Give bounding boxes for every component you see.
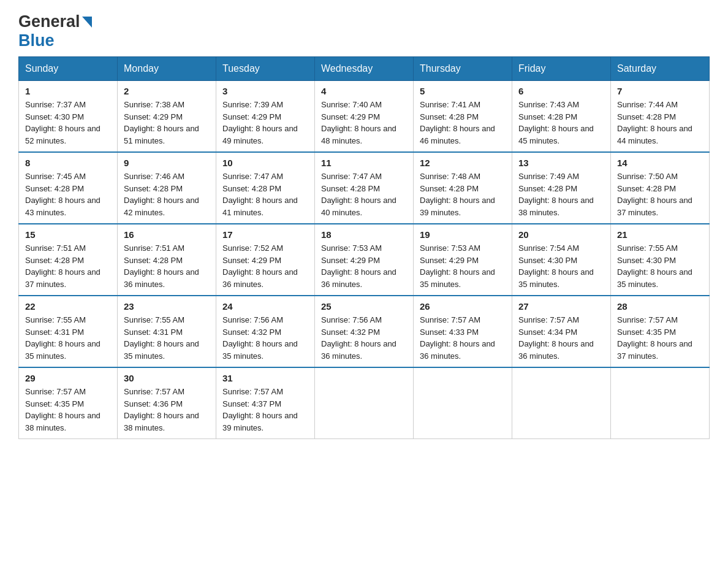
calendar-cell: 13 Sunrise: 7:49 AMSunset: 4:28 PMDaylig… [512,152,611,224]
day-info: Sunrise: 7:57 AMSunset: 4:33 PMDaylight:… [420,315,495,361]
day-header-monday: Monday [118,57,216,81]
calendar-cell: 10 Sunrise: 7:47 AMSunset: 4:28 PMDaylig… [216,152,315,224]
day-number: 20 [518,229,604,240]
logo: General Blue [18,12,92,50]
calendar-cell: 11 Sunrise: 7:47 AMSunset: 4:28 PMDaylig… [315,152,414,224]
calendar-cell: 26 Sunrise: 7:57 AMSunset: 4:33 PMDaylig… [414,296,512,367]
day-number: 4 [321,86,407,96]
calendar-cell: 20 Sunrise: 7:54 AMSunset: 4:30 PMDaylig… [512,224,611,296]
calendar-cell: 9 Sunrise: 7:46 AMSunset: 4:28 PMDayligh… [118,152,216,224]
calendar-cell: 12 Sunrise: 7:48 AMSunset: 4:28 PMDaylig… [414,152,512,224]
calendar-cell: 2 Sunrise: 7:38 AMSunset: 4:29 PMDayligh… [118,81,216,153]
day-info: Sunrise: 7:57 AMSunset: 4:35 PMDaylight:… [25,387,100,432]
logo-triangle-icon [82,17,92,30]
calendar-cell: 5 Sunrise: 7:41 AMSunset: 4:28 PMDayligh… [414,81,512,153]
calendar-cell: 17 Sunrise: 7:52 AMSunset: 4:29 PMDaylig… [216,224,315,296]
calendar-cell [611,367,710,439]
day-info: Sunrise: 7:55 AMSunset: 4:31 PMDaylight:… [25,315,100,361]
day-info: Sunrise: 7:45 AMSunset: 4:28 PMDaylight:… [25,172,100,217]
day-info: Sunrise: 7:56 AMSunset: 4:32 PMDaylight:… [222,315,298,361]
calendar-cell: 3 Sunrise: 7:39 AMSunset: 4:29 PMDayligh… [216,81,315,153]
calendar-cell: 21 Sunrise: 7:55 AMSunset: 4:30 PMDaylig… [611,224,710,296]
day-number: 6 [518,86,604,96]
calendar-week-row: 1 Sunrise: 7:37 AMSunset: 4:30 PMDayligh… [19,81,710,153]
day-header-wednesday: Wednesday [315,57,414,81]
day-number: 1 [25,86,111,96]
logo-blue-text: Blue [18,31,55,50]
calendar-cell: 15 Sunrise: 7:51 AMSunset: 4:28 PMDaylig… [19,224,118,296]
day-header-friday: Friday [512,57,611,81]
calendar-cell [315,367,414,439]
day-info: Sunrise: 7:53 AMSunset: 4:29 PMDaylight:… [321,243,396,289]
calendar-cell: 30 Sunrise: 7:57 AMSunset: 4:36 PMDaylig… [118,367,216,439]
day-number: 11 [321,158,407,168]
day-info: Sunrise: 7:56 AMSunset: 4:32 PMDaylight:… [321,315,396,361]
day-info: Sunrise: 7:55 AMSunset: 4:30 PMDaylight:… [617,243,692,289]
calendar-cell [512,367,611,439]
day-number: 14 [617,158,703,168]
day-number: 24 [222,301,308,312]
calendar-cell: 16 Sunrise: 7:51 AMSunset: 4:28 PMDaylig… [118,224,216,296]
day-info: Sunrise: 7:57 AMSunset: 4:37 PMDaylight:… [222,387,298,432]
day-number: 7 [617,86,703,96]
day-number: 30 [124,373,210,383]
calendar-cell: 14 Sunrise: 7:50 AMSunset: 4:28 PMDaylig… [611,152,710,224]
day-number: 22 [25,301,111,312]
calendar-cell: 29 Sunrise: 7:57 AMSunset: 4:35 PMDaylig… [19,367,118,439]
calendar-cell: 4 Sunrise: 7:40 AMSunset: 4:29 PMDayligh… [315,81,414,153]
day-info: Sunrise: 7:46 AMSunset: 4:28 PMDaylight:… [124,172,199,217]
day-number: 23 [124,301,210,312]
calendar-cell: 27 Sunrise: 7:57 AMSunset: 4:34 PMDaylig… [512,296,611,367]
day-number: 25 [321,301,407,312]
calendar-cell: 28 Sunrise: 7:57 AMSunset: 4:35 PMDaylig… [611,296,710,367]
day-header-tuesday: Tuesday [216,57,315,81]
day-number: 9 [124,158,210,168]
calendar-cell: 7 Sunrise: 7:44 AMSunset: 4:28 PMDayligh… [611,81,710,153]
day-info: Sunrise: 7:57 AMSunset: 4:34 PMDaylight:… [518,315,594,361]
day-info: Sunrise: 7:47 AMSunset: 4:28 PMDaylight:… [222,172,298,217]
calendar-cell: 8 Sunrise: 7:45 AMSunset: 4:28 PMDayligh… [19,152,118,224]
day-info: Sunrise: 7:39 AMSunset: 4:29 PMDaylight:… [222,100,298,145]
day-number: 26 [420,301,506,312]
calendar-week-row: 8 Sunrise: 7:45 AMSunset: 4:28 PMDayligh… [19,152,710,224]
day-info: Sunrise: 7:54 AMSunset: 4:30 PMDaylight:… [518,243,594,289]
day-number: 18 [321,229,407,240]
calendar-cell: 22 Sunrise: 7:55 AMSunset: 4:31 PMDaylig… [19,296,118,367]
day-number: 17 [222,229,308,240]
calendar-week-row: 22 Sunrise: 7:55 AMSunset: 4:31 PMDaylig… [19,296,710,367]
calendar-cell [414,367,512,439]
day-number: 27 [518,301,604,312]
logo-general-text: General [18,12,80,31]
day-info: Sunrise: 7:40 AMSunset: 4:29 PMDaylight:… [321,100,396,145]
day-header-sunday: Sunday [19,57,118,81]
day-info: Sunrise: 7:55 AMSunset: 4:31 PMDaylight:… [124,315,199,361]
day-info: Sunrise: 7:51 AMSunset: 4:28 PMDaylight:… [124,243,199,289]
calendar-cell: 6 Sunrise: 7:43 AMSunset: 4:28 PMDayligh… [512,81,611,153]
day-number: 12 [420,158,506,168]
day-number: 15 [25,229,111,240]
calendar-header-row: SundayMondayTuesdayWednesdayThursdayFrid… [19,57,710,81]
day-info: Sunrise: 7:37 AMSunset: 4:30 PMDaylight:… [25,100,100,145]
day-info: Sunrise: 7:41 AMSunset: 4:28 PMDaylight:… [420,100,495,145]
calendar-cell: 24 Sunrise: 7:56 AMSunset: 4:32 PMDaylig… [216,296,315,367]
day-number: 28 [617,301,703,312]
calendar-week-row: 29 Sunrise: 7:57 AMSunset: 4:35 PMDaylig… [19,367,710,439]
page-header: General Blue [18,12,710,50]
day-number: 19 [420,229,506,240]
day-header-saturday: Saturday [611,57,710,81]
day-info: Sunrise: 7:49 AMSunset: 4:28 PMDaylight:… [518,172,594,217]
day-number: 10 [222,158,308,168]
day-info: Sunrise: 7:57 AMSunset: 4:35 PMDaylight:… [617,315,692,361]
calendar-cell: 18 Sunrise: 7:53 AMSunset: 4:29 PMDaylig… [315,224,414,296]
day-info: Sunrise: 7:48 AMSunset: 4:28 PMDaylight:… [420,172,495,217]
day-info: Sunrise: 7:53 AMSunset: 4:29 PMDaylight:… [420,243,495,289]
day-info: Sunrise: 7:43 AMSunset: 4:28 PMDaylight:… [518,100,594,145]
day-info: Sunrise: 7:38 AMSunset: 4:29 PMDaylight:… [124,100,199,145]
day-number: 2 [124,86,210,96]
day-number: 5 [420,86,506,96]
calendar-cell: 19 Sunrise: 7:53 AMSunset: 4:29 PMDaylig… [414,224,512,296]
svg-marker-0 [82,17,92,28]
day-number: 21 [617,229,703,240]
day-number: 13 [518,158,604,168]
day-info: Sunrise: 7:44 AMSunset: 4:28 PMDaylight:… [617,100,692,145]
